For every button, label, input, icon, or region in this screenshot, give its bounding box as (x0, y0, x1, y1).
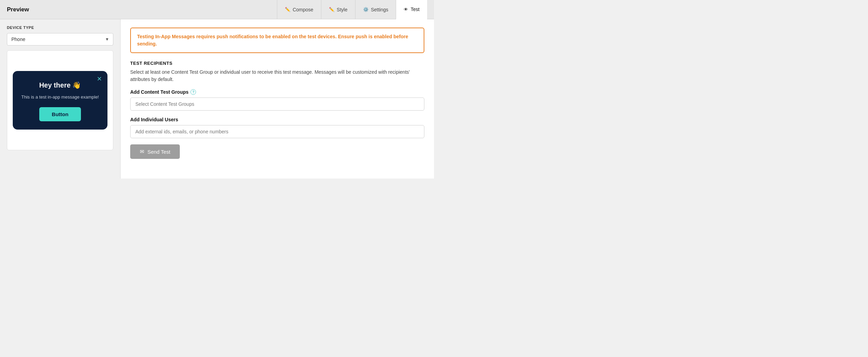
warning-box: Testing In-App Messages requires push no… (130, 28, 424, 53)
in-app-message-preview: ✕ Hey there 👋 This is a test in-app mess… (13, 71, 107, 130)
tab-style[interactable]: ✏️ Style (321, 0, 355, 19)
tab-test[interactable]: 👁 Test (396, 0, 427, 20)
left-panel: DEVICE TYPE Phone ▼ ✕ Hey there 👋 This i… (0, 19, 121, 178)
style-icon: ✏️ (329, 7, 334, 12)
tab-bar: ✏️ Compose ✏️ Style ⚙️ Settings 👁 Test (277, 0, 427, 19)
test-icon: 👁 (404, 7, 408, 12)
message-cta-button[interactable]: Button (39, 107, 81, 121)
help-icon[interactable]: ? (190, 89, 196, 95)
test-recipients-title: TEST RECIPIENTS (130, 61, 424, 66)
message-heading: Hey there 👋 (21, 81, 99, 90)
tab-settings[interactable]: ⚙️ Settings (355, 0, 396, 19)
device-type-select[interactable]: Phone (7, 33, 113, 45)
right-panel: Testing In-App Messages requires push no… (121, 19, 434, 178)
main-content: DEVICE TYPE Phone ▼ ✕ Hey there 👋 This i… (0, 19, 434, 178)
device-select-wrapper: Phone ▼ (7, 33, 113, 45)
device-type-label: DEVICE TYPE (7, 26, 113, 30)
close-icon[interactable]: ✕ (97, 75, 102, 83)
message-body: This is a test in-app message example! (21, 94, 99, 101)
individual-users-input[interactable] (130, 125, 424, 138)
content-test-groups-label: Add Content Test Groups ? (130, 89, 424, 95)
phone-preview-container: ✕ Hey there 👋 This is a test in-app mess… (7, 50, 113, 150)
individual-users-label: Add Individual Users (130, 117, 424, 122)
test-recipients-description: Select at least one Content Test Group o… (130, 69, 424, 83)
warning-text: Testing In-App Messages requires push no… (137, 34, 408, 47)
tab-compose[interactable]: ✏️ Compose (277, 0, 321, 19)
page-title: Preview (7, 6, 277, 13)
settings-icon: ⚙️ (363, 7, 369, 12)
content-test-groups-input[interactable] (130, 98, 424, 111)
send-test-button[interactable]: ✉ Send Test (130, 144, 180, 159)
compose-icon: ✏️ (285, 7, 290, 12)
app-header: Preview ✏️ Compose ✏️ Style ⚙️ Settings … (0, 0, 434, 19)
send-icon: ✉ (140, 149, 144, 155)
